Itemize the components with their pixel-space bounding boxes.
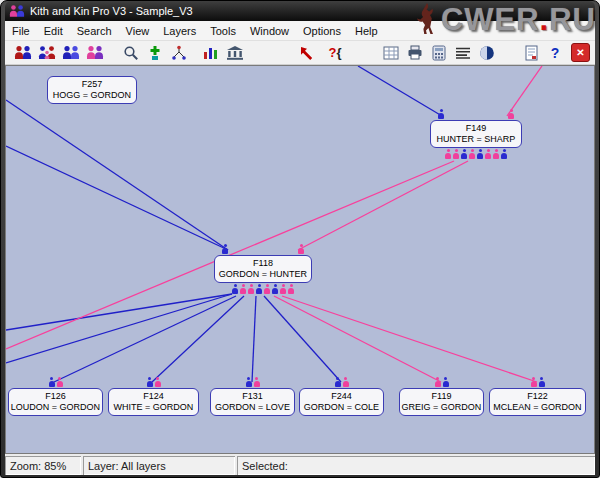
person-icon[interactable] <box>248 284 254 294</box>
person-icon[interactable] <box>435 377 441 387</box>
person-icon[interactable] <box>288 284 294 294</box>
person-icon[interactable] <box>254 377 260 387</box>
help-button[interactable]: ? <box>545 43 565 63</box>
person-icon[interactable] <box>493 149 499 159</box>
family-names: GORDON = LOVE <box>211 402 294 413</box>
descendant-chart-button[interactable] <box>169 43 189 63</box>
families-button[interactable] <box>13 43 33 63</box>
family-box-f122[interactable]: F122 MCLEAN = GORDON <box>489 388 586 416</box>
family-box-f131[interactable]: F131 GORDON = LOVE <box>210 388 295 416</box>
add-tree-button[interactable] <box>145 43 165 63</box>
family-id: F118 <box>215 258 311 269</box>
person-icon[interactable] <box>298 244 304 254</box>
family-box-f119[interactable]: F119 GREIG = GORDON <box>399 388 484 416</box>
grid-icon <box>383 46 399 60</box>
person-icon[interactable] <box>469 149 475 159</box>
person-icon[interactable] <box>57 377 63 387</box>
person-icon[interactable] <box>147 377 153 387</box>
calculator-button[interactable] <box>429 43 449 63</box>
blue-connection-lines <box>6 66 442 382</box>
web-button[interactable] <box>477 43 497 63</box>
person-icon[interactable] <box>539 377 545 387</box>
menu-search[interactable]: Search <box>70 23 119 39</box>
pointer-button[interactable] <box>297 43 317 63</box>
magnifier-icon <box>123 45 139 61</box>
menu-layers[interactable]: Layers <box>156 23 203 39</box>
people-pink-icon <box>86 45 104 60</box>
person-icon[interactable] <box>272 284 278 294</box>
family-box-f149[interactable]: F149 HUNTER = SHARP <box>430 120 522 148</box>
person-icon[interactable] <box>501 149 507 159</box>
person-icon[interactable] <box>155 377 161 387</box>
spouse-icons-f126 <box>8 377 103 387</box>
family-box-f257[interactable]: F257 HOGG = GORDON <box>47 76 137 104</box>
person-icon[interactable] <box>335 377 341 387</box>
toolbar: ?{ <box>5 41 595 65</box>
people-red-blue-icon <box>14 45 32 60</box>
brace-icon: { <box>336 45 341 60</box>
persons-button[interactable] <box>61 43 81 63</box>
person-icon[interactable] <box>256 284 262 294</box>
family-box-f118[interactable]: F118 GORDON = HUNTER <box>214 255 312 283</box>
spouse-icons-f124 <box>108 377 199 387</box>
menu-view[interactable]: View <box>119 23 157 39</box>
person-icon[interactable] <box>280 284 286 294</box>
menu-file[interactable]: File <box>5 23 37 39</box>
close-button[interactable]: ✕ <box>571 43 590 62</box>
person-icon[interactable] <box>438 109 444 119</box>
menu-options[interactable]: Options <box>296 23 348 39</box>
family-id: F131 <box>211 391 294 402</box>
status-layer: Layer: All layers <box>83 456 235 475</box>
context-help-button[interactable]: ?{ <box>325 43 345 63</box>
family-id: F126 <box>9 391 102 402</box>
family-id: F257 <box>48 79 136 90</box>
person-icon[interactable] <box>531 377 537 387</box>
family-names: GORDON = COLE <box>300 402 383 413</box>
person-icon[interactable] <box>264 284 270 294</box>
person-icon[interactable] <box>222 244 228 254</box>
family-box-f126[interactable]: F126 LOUDON = GORDON <box>8 388 103 416</box>
family-names: LOUDON = GORDON <box>9 402 102 413</box>
family-names: HUNTER = SHARP <box>431 134 521 145</box>
family-names: WHITE = GORDON <box>109 402 198 413</box>
person-icon[interactable] <box>240 284 246 294</box>
add-family-button[interactable] <box>37 43 57 63</box>
person-icon[interactable] <box>477 149 483 159</box>
family-box-f124[interactable]: F124 WHITE = GORDON <box>108 388 199 416</box>
menu-window[interactable]: Window <box>243 23 296 39</box>
chart-canvas[interactable]: F257 HOGG = GORDON F149 HUNTER = SHARP F… <box>5 65 595 454</box>
family-box-f244[interactable]: F244 GORDON = COLE <box>299 388 384 416</box>
text-report-button[interactable] <box>453 43 473 63</box>
sources-button[interactable] <box>225 43 245 63</box>
family-names: HOGG = GORDON <box>48 90 136 101</box>
zoom-button[interactable] <box>121 43 141 63</box>
app-window: Kith and Kin Pro V3 - Sample_V3 File Edi… <box>0 0 600 478</box>
spouse-icons-f149 <box>430 109 522 119</box>
table-button[interactable] <box>381 43 401 63</box>
person-icon[interactable] <box>485 149 491 159</box>
spouse-icons-f119 <box>399 377 484 387</box>
person-icon[interactable] <box>232 284 238 294</box>
red-arrow-icon <box>299 45 315 61</box>
spouse-icons-f131 <box>210 377 295 387</box>
tree-view-button[interactable] <box>85 43 105 63</box>
menu-bar: File Edit Search View Layers Tools Windo… <box>5 21 595 41</box>
title-bar[interactable]: Kith and Kin Pro V3 - Sample_V3 <box>5 1 595 21</box>
family-id: F149 <box>431 123 521 134</box>
person-icon[interactable] <box>508 109 514 119</box>
person-icon[interactable] <box>246 377 252 387</box>
menu-edit[interactable]: Edit <box>37 23 70 39</box>
menu-help[interactable]: Help <box>348 23 385 39</box>
person-icon[interactable] <box>49 377 55 387</box>
print-button[interactable] <box>405 43 425 63</box>
person-icon[interactable] <box>453 149 459 159</box>
menu-tools[interactable]: Tools <box>203 23 243 39</box>
report-button[interactable] <box>521 43 541 63</box>
statistics-button[interactable] <box>201 43 221 63</box>
family-names: GORDON = HUNTER <box>215 269 311 280</box>
people-blue-icon <box>62 45 80 60</box>
person-icon[interactable] <box>443 377 449 387</box>
person-icon[interactable] <box>445 149 451 159</box>
person-icon[interactable] <box>343 377 349 387</box>
person-icon[interactable] <box>461 149 467 159</box>
